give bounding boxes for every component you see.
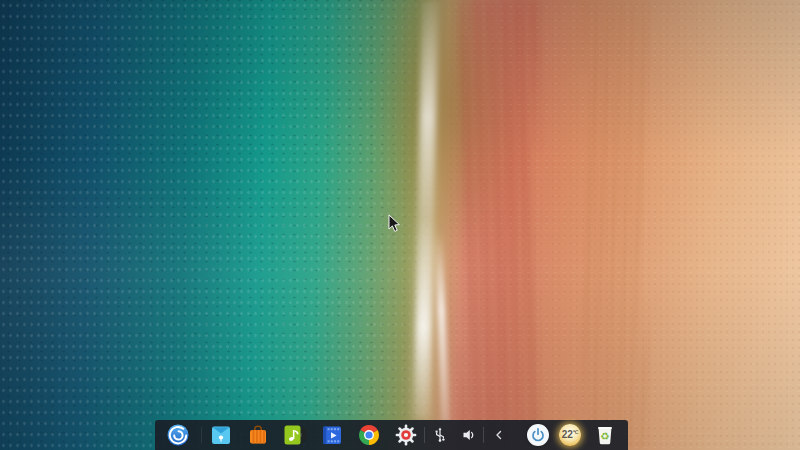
temperature-value: 22 [562, 424, 573, 446]
trash-can-icon: ♻ [593, 423, 617, 447]
dock-item-chrome[interactable] [350, 420, 387, 450]
deepin-launcher-button[interactable] [155, 420, 201, 450]
dock: 22 ℃ ♻ [155, 420, 628, 450]
mouse-cursor [388, 214, 402, 238]
dock-item-trash[interactable]: ♻ [586, 420, 624, 450]
temperature-badge: 22 ℃ [559, 424, 581, 446]
shutdown-button[interactable] [521, 420, 554, 450]
dock-item-control-center[interactable] [387, 420, 424, 450]
dock-item-file-manager[interactable] [202, 420, 239, 450]
wet-sand-streaks [462, 0, 536, 450]
app-store-icon [246, 423, 270, 447]
temperature-widget[interactable]: 22 ℃ [554, 420, 586, 450]
power-icon [527, 424, 549, 446]
dock-item-movie[interactable] [313, 420, 350, 450]
usb-icon [433, 427, 447, 443]
chrome-browser-icon [357, 423, 381, 447]
chevron-left-icon [493, 429, 505, 441]
control-center-icon [394, 423, 418, 447]
file-manager-icon [209, 423, 233, 447]
recycle-glyph: ♻ [600, 430, 609, 442]
tray-volume[interactable] [454, 420, 483, 450]
desktop: 22 ℃ ♻ [0, 0, 800, 450]
deepin-launcher-icon [166, 423, 190, 447]
movie-player-icon [320, 423, 344, 447]
dock-item-app-store[interactable] [239, 420, 276, 450]
tray-usb-device[interactable] [425, 420, 454, 450]
music-player-icon [283, 423, 307, 447]
dune-streaks [584, 0, 646, 450]
dock-item-music[interactable] [276, 420, 313, 450]
volume-icon [461, 427, 477, 443]
dock-spacer [514, 435, 521, 436]
temperature-unit: ℃ [573, 430, 579, 435]
tray-collapse-button[interactable] [484, 420, 514, 450]
